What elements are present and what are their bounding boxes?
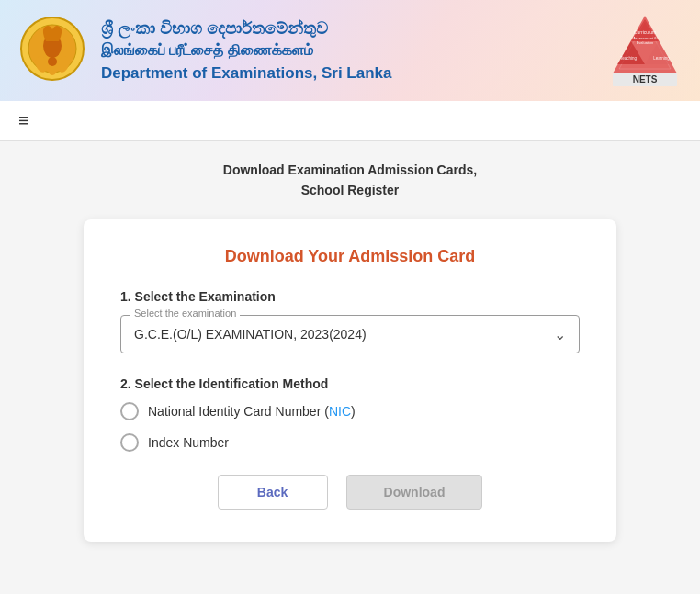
- back-button[interactable]: Back: [218, 475, 328, 510]
- examination-select[interactable]: G.C.E.(O/L) EXAMINATION, 2023(2024): [121, 316, 579, 353]
- header: ශ්‍රී ලංකා විභාග දෙපාර්තමේන්තුව இலங்கைப்…: [0, 0, 700, 101]
- section2: 2. Select the Identification Method Nati…: [120, 376, 580, 452]
- svg-text:NETS: NETS: [633, 74, 658, 84]
- svg-text:Evaluation: Evaluation: [637, 40, 654, 45]
- header-text: ශ්‍රී ලංකා විභාග දෙපාර්තමේන්තුව இலங்கைப்…: [101, 18, 391, 83]
- radio-circle-nic: [120, 402, 139, 420]
- examination-dropdown-wrapper: Select the examination G.C.E.(O/L) EXAMI…: [120, 315, 580, 353]
- tamil-title: இலங்கைப் பரீட்சைத் திணைக்களம்: [101, 41, 391, 61]
- dropdown-floating-label: Select the examination: [130, 308, 240, 319]
- svg-point-7: [48, 57, 57, 66]
- button-row: Back Download: [120, 475, 580, 510]
- header-right: Curriculum Assessment & Evaluation Teach…: [608, 14, 682, 87]
- svg-text:Teaching: Teaching: [620, 56, 638, 61]
- radio-circle-index: [120, 433, 139, 452]
- card-title: Download Your Admission Card: [120, 247, 580, 266]
- radio-index-label: Index Number: [148, 435, 229, 450]
- download-button[interactable]: Download: [346, 475, 483, 510]
- radio-index[interactable]: Index Number: [120, 433, 580, 452]
- emblem-icon: [18, 14, 87, 87]
- svg-text:Curriculum: Curriculum: [634, 29, 656, 35]
- radio-nic-label: National Identity Card Number (NIC): [148, 404, 356, 419]
- radio-nic[interactable]: National Identity Card Number (NIC): [120, 402, 580, 420]
- header-left: ශ්‍රී ලංකා විභාග දෙපාර්තමේන්තුව இலங்கைப்…: [18, 14, 391, 87]
- nets-logo-icon: Curriculum Assessment & Evaluation Teach…: [608, 14, 682, 87]
- admission-card-form: Download Your Admission Card 1. Select t…: [84, 219, 616, 542]
- menu-icon[interactable]: ≡: [18, 110, 29, 131]
- page-title: Download Examination Admission Cards, Sc…: [223, 160, 477, 201]
- main-content: Download Examination Admission Cards, Sc…: [0, 141, 700, 560]
- section1-label: 1. Select the Examination: [120, 289, 580, 304]
- nav-bar: ≡: [0, 101, 700, 141]
- sinhala-title: ශ්‍රී ලංකා විභාග දෙපාර්තමේන්තුව: [101, 18, 391, 39]
- svg-text:Learning: Learning: [653, 56, 670, 61]
- english-title: Department of Examinations, Sri Lanka: [101, 64, 391, 83]
- identification-radio-group: National Identity Card Number (NIC) Inde…: [120, 402, 580, 452]
- section2-label: 2. Select the Identification Method: [120, 376, 580, 391]
